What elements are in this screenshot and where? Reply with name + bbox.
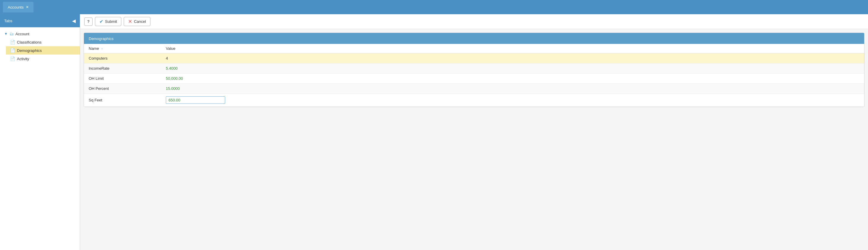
table-row: IncomeRate 5.4000 [84, 63, 864, 73]
folder-icon: 🗂 [9, 31, 13, 36]
tree-expand-arrow: ▼ [4, 32, 8, 36]
demographics-table: Name ↑ Value Computers 4 [84, 44, 864, 107]
sidebar-item-demographics[interactable]: 📄 Demographics [6, 46, 80, 55]
sidebar-account-label: Account [16, 32, 29, 36]
table-row: Sq Feet 650.00 [84, 94, 864, 107]
row-name-incomerate: IncomeRate [84, 63, 161, 73]
submit-check-icon: ✔ [99, 19, 103, 24]
cancel-label: Cancel [134, 19, 146, 24]
col-header-name[interactable]: Name ↑ [84, 44, 161, 53]
sidebar-toggle-icon[interactable]: ◀ [72, 18, 75, 24]
sidebar-demographics-label: Demographics [17, 48, 42, 53]
help-button[interactable]: ? [84, 18, 93, 26]
table-row: OH Percent 15.0000 [84, 84, 864, 94]
sidebar-item-account[interactable]: ▼ 🗂 Account [0, 30, 80, 38]
top-bar: Accounts ✕ [0, 0, 868, 14]
table-row: Computers 4 [84, 53, 864, 63]
accounts-tab[interactable]: Accounts ✕ [3, 2, 33, 12]
demographics-panel: Demographics Name ↑ Value [84, 33, 864, 107]
help-icon: ? [87, 19, 90, 24]
col-header-value: Value [161, 44, 864, 53]
sqfeet-input[interactable]: 650.00 [166, 96, 225, 104]
sidebar: Tabs ◀ ▼ 🗂 Account 📄 Classifications 📄 D… [0, 14, 80, 250]
section-title: Demographics [89, 36, 114, 41]
cancel-x-icon: ✕ [128, 19, 132, 24]
doc-icon-classifications: 📄 [10, 40, 15, 44]
sidebar-tree: ▼ 🗂 Account 📄 Classifications 📄 Demograp… [0, 27, 80, 65]
toolbar: ? ✔ Submit ✕ Cancel [80, 14, 868, 29]
tree-children: 📄 Classifications 📄 Demographics 📄 Activ… [0, 38, 80, 63]
table-header-row: Name ↑ Value [84, 44, 864, 53]
doc-icon-demographics: 📄 [10, 48, 15, 53]
sidebar-activity-label: Activity [17, 57, 29, 61]
sidebar-classifications-label: Classifications [17, 40, 41, 44]
row-name-computers: Computers [84, 53, 161, 63]
section-header-demographics: Demographics [84, 33, 864, 44]
row-value-computers: 4 [161, 53, 864, 63]
submit-label: Submit [105, 19, 117, 24]
table-row: OH Limit 50,000.00 [84, 73, 864, 84]
row-name-ohlimit: OH Limit [84, 73, 161, 84]
row-value-sqfeet[interactable]: 650.00 [161, 94, 864, 107]
sort-arrow-icon: ↑ [101, 47, 103, 51]
accounts-tab-close[interactable]: ✕ [26, 5, 29, 9]
row-name-ohpercent: OH Percent [84, 84, 161, 94]
sidebar-header: Tabs ◀ [0, 14, 80, 27]
sidebar-header-label: Tabs [4, 19, 12, 23]
doc-icon-activity: 📄 [10, 56, 15, 61]
row-name-sqfeet: Sq Feet [84, 94, 161, 107]
sidebar-item-classifications[interactable]: 📄 Classifications [6, 38, 80, 46]
row-value-ohlimit: 50,000.00 [161, 73, 864, 84]
submit-button[interactable]: ✔ Submit [95, 17, 121, 26]
content-area: ? ✔ Submit ✕ Cancel Demographics Name [80, 14, 868, 250]
cancel-button[interactable]: ✕ Cancel [124, 17, 150, 26]
accounts-tab-label: Accounts [8, 5, 24, 9]
main-layout: Tabs ◀ ▼ 🗂 Account 📄 Classifications 📄 D… [0, 14, 868, 250]
sidebar-item-activity[interactable]: 📄 Activity [6, 55, 80, 63]
row-value-incomerate: 5.4000 [161, 63, 864, 73]
row-value-ohpercent: 15.0000 [161, 84, 864, 94]
